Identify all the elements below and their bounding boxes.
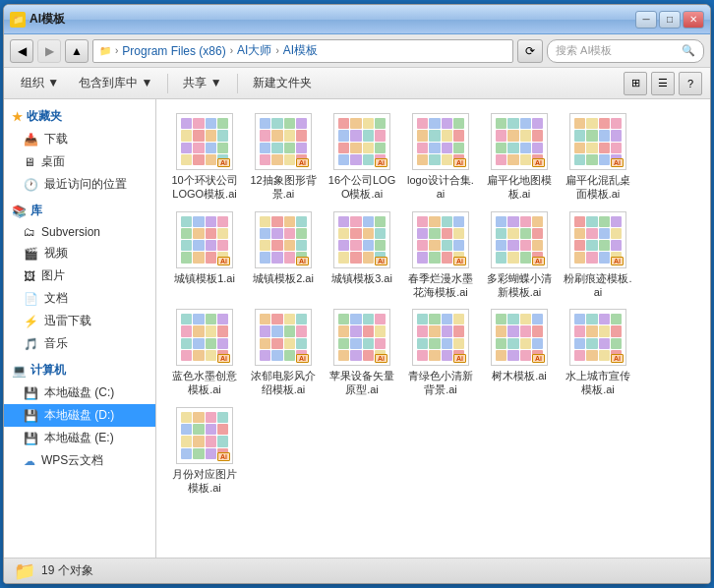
file-item[interactable]: Ai粉刷痕迹模板.ai — [560, 207, 636, 304]
ai-badge: Ai — [611, 158, 624, 167]
search-icon: 🔍 — [682, 44, 695, 57]
breadcrumb-ai-master[interactable]: AI大师 — [237, 42, 271, 59]
ai-badge: Ai — [532, 257, 545, 265]
file-item[interactable]: Ai多彩蝴蝶小清新模板.ai — [481, 207, 558, 304]
sidebar-item-thunder[interactable]: ⚡ 迅雷下载 — [4, 310, 155, 332]
main-area: ★ 收藏夹 📥 下载 🖥 桌面 🕐 最近访问的位置 — [4, 99, 710, 558]
sidebar-item-downloads[interactable]: 📥 下载 — [4, 128, 155, 150]
cloud-icon: ☁ — [24, 454, 35, 468]
ai-badge: Ai — [532, 158, 545, 167]
music-icon: 🎵 — [24, 337, 38, 351]
back-button[interactable]: ◀ — [10, 39, 33, 63]
sidebar-item-subversion[interactable]: 🗂 Subversion — [4, 222, 155, 242]
thunder-label: 迅雷下载 — [44, 313, 91, 329]
view-toggle-button[interactable]: ⊞ — [624, 72, 647, 95]
file-name: 扁平化地图模板.ai — [485, 173, 554, 202]
sidebar-section-library: 📚 库 🗂 Subversion 🎬 视频 🖼 图片 📄 文档 — [4, 200, 155, 355]
sidebar-item-recent[interactable]: 🕐 最近访问的位置 — [4, 173, 155, 196]
ai-badge: Ai — [375, 257, 387, 265]
sidebar-section-favorites: ★ 收藏夹 📥 下载 🖥 桌面 🕐 最近访问的位置 — [4, 105, 155, 196]
file-item[interactable]: Ailogo设计合集.ai — [402, 109, 479, 206]
file-item[interactable]: Ai苹果设备矢量原型.ai — [324, 305, 400, 401]
toolbar-right: ⊞ ☰ ? — [624, 72, 702, 95]
sidebar-item-drive-c[interactable]: 💾 本地磁盘 (C:) — [4, 382, 155, 404]
ai-badge: Ai — [375, 158, 387, 167]
file-item[interactable]: Ai10个环状公司LOGO模板.ai — [166, 109, 243, 206]
file-item[interactable]: Ai城镇模板1.ai — [166, 207, 243, 304]
file-name: 春季烂漫水墨花海模板.ai — [406, 271, 475, 300]
ai-badge: Ai — [453, 257, 466, 265]
file-item[interactable]: Ai蓝色水墨创意模板.ai — [166, 305, 243, 401]
sidebar-computer-header[interactable]: 💻 计算机 — [4, 359, 155, 382]
file-item[interactable]: Ai树木模板.ai — [481, 305, 558, 401]
breadcrumb-program-files[interactable]: Program Files (x86) — [122, 44, 225, 58]
search-box[interactable]: 搜索 AI模板 🔍 — [547, 39, 704, 63]
sidebar-item-music[interactable]: 🎵 音乐 — [4, 332, 155, 355]
ai-badge: Ai — [217, 158, 230, 167]
recent-label: 最近访问的位置 — [44, 176, 127, 193]
file-item[interactable]: Ai城镇模板2.ai — [245, 207, 322, 304]
toolbar-separator-1 — [167, 74, 168, 93]
sidebar-item-desktop[interactable]: 🖥 桌面 — [4, 150, 155, 173]
file-name: 扁平化混乱桌面模板.ai — [564, 173, 632, 202]
file-item[interactable]: Ai12抽象图形背景.ai — [245, 109, 322, 206]
file-item[interactable]: Ai城镇模板3.ai — [324, 207, 400, 304]
file-name: 苹果设备矢量原型.ai — [327, 369, 396, 397]
file-item[interactable]: Ai浓郁电影风介绍模板.ai — [245, 305, 322, 401]
ai-badge: Ai — [296, 257, 309, 265]
refresh-button[interactable]: ⟳ — [517, 39, 543, 63]
file-name: 浓郁电影风介绍模板.ai — [249, 369, 318, 397]
maximize-button[interactable]: □ — [659, 11, 681, 29]
sidebar-item-pictures[interactable]: 🖼 图片 — [4, 265, 155, 287]
drive-c-icon: 💾 — [24, 386, 38, 400]
view-list-button[interactable]: ☰ — [651, 72, 675, 95]
drive-c-label: 本地磁盘 (C:) — [44, 384, 114, 401]
desktop-label: 桌面 — [41, 153, 65, 170]
file-item[interactable]: Ai16个公司LOGO模板.ai — [324, 109, 400, 206]
drive-d-icon: 💾 — [24, 409, 38, 423]
documents-icon: 📄 — [24, 292, 38, 306]
file-item[interactable]: Ai春季烂漫水墨花海模板.ai — [402, 207, 479, 304]
file-name: 蓝色水墨创意模板.ai — [170, 369, 239, 397]
file-name: 10个环状公司LOGO模板.ai — [170, 173, 239, 202]
drive-e-icon: 💾 — [24, 432, 38, 445]
subversion-icon: 🗂 — [24, 225, 35, 239]
subversion-label: Subversion — [41, 225, 100, 239]
explorer-window: 📁 AI模板 ─ □ ✕ ◀ ▶ ▲ 📁 › Program Files (x8… — [3, 4, 711, 584]
breadcrumb-ai-templates[interactable]: AI模板 — [283, 42, 318, 59]
file-item[interactable]: Ai扁平化混乱桌面模板.ai — [560, 109, 636, 206]
forward-button[interactable]: ▶ — [37, 39, 61, 63]
title-bar: 📁 AI模板 ─ □ ✕ — [4, 5, 710, 34]
file-name: 城镇模板1.ai — [174, 271, 235, 285]
address-bar: ◀ ▶ ▲ 📁 › Program Files (x86) › AI大师 › A… — [4, 34, 710, 68]
music-label: 音乐 — [44, 335, 68, 352]
help-button[interactable]: ? — [679, 72, 702, 95]
documents-label: 文档 — [44, 290, 68, 307]
up-button[interactable]: ▲ — [65, 39, 89, 63]
ai-badge: Ai — [611, 257, 624, 265]
sidebar-favorites-header[interactable]: ★ 收藏夹 — [4, 105, 155, 128]
sidebar-item-documents[interactable]: 📄 文档 — [4, 287, 155, 310]
file-item[interactable]: Ai月份对应图片模板.ai — [166, 403, 243, 500]
sidebar-item-drive-d[interactable]: 💾 本地磁盘 (D:) — [4, 404, 155, 427]
new-folder-button[interactable]: 新建文件夹 — [244, 72, 321, 95]
share-button[interactable]: 共享 ▼ — [174, 72, 230, 95]
file-name: 城镇模板2.ai — [253, 271, 314, 285]
sidebar-section-computer: 💻 计算机 💾 本地磁盘 (C:) 💾 本地磁盘 (D:) 💾 本地磁盘 (E:… — [4, 359, 155, 472]
sidebar: ★ 收藏夹 📥 下载 🖥 桌面 🕐 最近访问的位置 — [4, 99, 156, 558]
sidebar-item-wps-cloud[interactable]: ☁ WPS云文档 — [4, 449, 155, 472]
close-button[interactable]: ✕ — [683, 11, 704, 29]
include-library-button[interactable]: 包含到库中 ▼ — [70, 72, 161, 95]
minimize-button[interactable]: ─ — [635, 11, 657, 29]
file-item[interactable]: Ai青绿色小清新背景.ai — [402, 305, 479, 401]
ai-badge: Ai — [532, 354, 545, 363]
organize-button[interactable]: 组织 ▼ — [12, 72, 68, 95]
computer-label: 计算机 — [30, 362, 66, 379]
downloads-label: 下载 — [44, 131, 68, 147]
sidebar-library-header[interactable]: 📚 库 — [4, 200, 155, 222]
file-item[interactable]: Ai水上城市宣传模板.ai — [560, 305, 636, 401]
file-item[interactable]: Ai扁平化地图模板.ai — [481, 109, 558, 206]
file-name: 12抽象图形背景.ai — [249, 173, 318, 202]
sidebar-item-drive-e[interactable]: 💾 本地磁盘 (E:) — [4, 427, 155, 449]
sidebar-item-video[interactable]: 🎬 视频 — [4, 242, 155, 265]
